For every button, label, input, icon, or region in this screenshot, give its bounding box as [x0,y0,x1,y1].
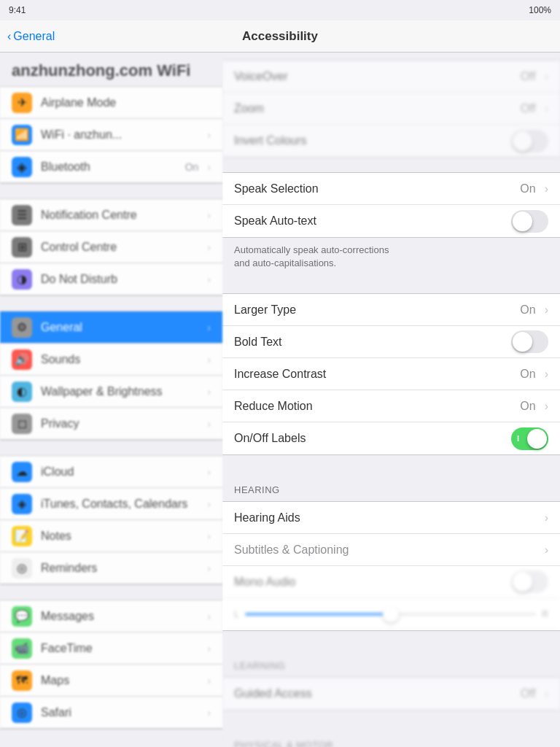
speak-selection-group: Speak Selection On › Speak Auto-text [222,172,560,238]
sidebar-item-wifi[interactable]: 📶 WiFi · anzhun... › [0,119,222,151]
notes-icon: 📝 [12,526,32,546]
mono-audio-row[interactable]: Mono Audio [222,566,560,598]
sidebar: anzhunzhong.com WiFi ✈ Airplane Mode 📶 W… [0,53,222,747]
larger-type-chevron-icon: › [545,303,548,317]
reduce-motion-chevron-icon: › [545,400,548,413]
main-content: VoiceOver Off › Zoom Off › Invert Colour… [222,53,560,747]
bluetooth-chevron-icon: › [207,161,211,173]
itunes-chevron-icon: › [207,498,211,510]
balance-left-icon: L [234,609,239,619]
airplane-icon: ✈ [12,93,32,113]
on-off-labels-label: On/Off Labels [234,423,505,454]
sidebar-item-cloud-label: iCloud [41,465,198,479]
sidebar-item-general-label: General [41,321,198,334]
subtitles-chevron-icon: › [545,543,548,557]
on-off-labels-row[interactable]: On/Off Labels I [222,422,560,454]
sidebar-item-dnd[interactable]: ◑ Do Not Disturb › [0,263,222,295]
subtitles-row[interactable]: Subtitles & Captioning › [222,534,560,566]
notif-icon: ☰ [12,205,32,225]
sidebar-item-notes-label: Notes [41,530,198,543]
sidebar-item-reminders[interactable]: ◎ Reminders › [0,552,222,584]
bottom-section: PHYSICAL & MOTOR Switch Control › [222,725,560,747]
zoom-row[interactable]: Zoom Off › [222,93,560,125]
increase-contrast-row[interactable]: Increase Contrast On › [222,358,560,390]
hearing-aids-row[interactable]: Hearing Aids › [222,502,560,534]
sidebar-item-notes[interactable]: 📝 Notes › [0,520,222,552]
voiceover-label: VoiceOver [234,61,515,92]
general-chevron-icon: › [207,322,211,333]
sidebar-item-control-label: Control Centre [41,241,198,254]
reduce-motion-row[interactable]: Reduce Motion On › [222,390,560,422]
slider-thumb [383,606,399,622]
guided-access-value: Off [521,687,536,700]
sidebar-item-sounds[interactable]: 🔊 Sounds › [0,344,222,376]
speak-autotext-toggle[interactable] [511,210,548,233]
maps-icon: 🗺 [12,670,32,691]
nav-bar: ‹ General Accessibility [0,20,560,53]
sidebar-item-cloud[interactable]: ☁ iCloud › [0,456,222,488]
safari-chevron-icon: › [207,707,211,719]
back-label: General [13,30,55,43]
sidebar-item-airplane[interactable]: ✈ Airplane Mode [0,87,222,119]
larger-type-row[interactable]: Larger Type On › [222,294,560,326]
guided-access-row[interactable]: Guided Access Off › [222,678,560,710]
sidebar-item-maps[interactable]: 🗺 Maps › [0,665,222,697]
mono-audio-toggle[interactable] [511,570,548,593]
invert-colours-toggle[interactable] [511,130,548,152]
reduce-motion-value: On [520,400,535,413]
reminders-icon: ◎ [12,558,32,578]
speak-autotext-description: Automatically speak auto-correctionsand … [222,238,560,279]
sidebar-item-itunes[interactable]: ◈ iTunes, Contacts, Calendars › [0,488,222,520]
back-chevron-icon: ‹ [7,30,11,43]
dnd-chevron-icon: › [207,274,211,285]
status-bar: 9:41 100% [0,0,560,20]
nav-bar-center: Accessibility [189,29,370,44]
slider-fill [245,613,391,616]
cloud-chevron-icon: › [207,466,211,478]
voiceover-row[interactable]: VoiceOver Off › [222,61,560,93]
bold-text-toggle[interactable] [511,330,548,353]
learning-section: LEARNING Guided Access Off › [222,646,560,711]
balance-right-icon: R [542,609,548,619]
sidebar-item-wallpaper[interactable]: ◐ Wallpaper & Brightness › [0,376,222,408]
sounds-chevron-icon: › [207,354,211,365]
hearing-section: HEARING Hearing Aids › Subtitles & Capti… [222,470,560,631]
speak-selection-value: On [520,182,535,196]
wifi-chevron-icon: › [207,129,211,141]
back-button[interactable]: ‹ General [7,30,55,43]
sidebar-item-safari[interactable]: ◎ Safari › [0,697,222,729]
invert-colours-row[interactable]: Invert Colours [222,125,560,157]
hearing-group: Hearing Aids › Subtitles & Captioning › … [222,501,560,631]
safari-icon: ◎ [12,703,32,723]
audio-balance-row: L R [222,598,560,630]
on-off-labels-knob [527,429,547,449]
mono-audio-label: Mono Audio [234,567,505,597]
nav-title: Accessibility [242,29,318,44]
general-icon: ⚙ [12,317,32,338]
sidebar-item-control[interactable]: ⊞ Control Centre › [0,231,222,263]
bluetooth-icon: ◈ [12,157,32,177]
speak-autotext-knob [513,212,532,231]
voiceover-chevron-icon: › [545,70,548,83]
maps-chevron-icon: › [207,675,211,686]
vision-group: VoiceOver Off › Zoom Off › Invert Colour… [222,60,560,158]
speak-selection-row[interactable]: Speak Selection On › [222,173,560,205]
increase-contrast-chevron-icon: › [545,368,548,381]
sidebar-item-messages[interactable]: 💬 Messages › [0,600,222,632]
audio-balance-slider[interactable] [245,613,537,616]
zoom-label: Zoom [234,93,515,124]
mono-audio-knob [513,572,532,592]
sidebar-item-notif[interactable]: ☰ Notification Centre › [0,199,222,231]
sidebar-item-privacy[interactable]: ◻ Privacy › [0,408,222,440]
sidebar-item-safari-label: Safari [41,706,198,719]
on-off-labels-toggle[interactable]: I [511,427,548,450]
guided-access-chevron-icon: › [545,687,548,700]
sidebar-item-general[interactable]: ⚙ General › [0,311,222,344]
control-icon: ⊞ [12,237,32,258]
sidebar-item-itunes-label: iTunes, Contacts, Calendars [41,498,198,511]
sidebar-group-5: 💬 Messages › 📹 FaceTime › 🗺 Maps › ◎ Saf… [0,600,222,729]
sidebar-item-bluetooth[interactable]: ◈ Bluetooth On › [0,151,222,183]
speak-autotext-row[interactable]: Speak Auto-text [222,205,560,237]
bold-text-row[interactable]: Bold Text [222,326,560,358]
sidebar-item-facetime[interactable]: 📹 FaceTime › [0,632,222,665]
